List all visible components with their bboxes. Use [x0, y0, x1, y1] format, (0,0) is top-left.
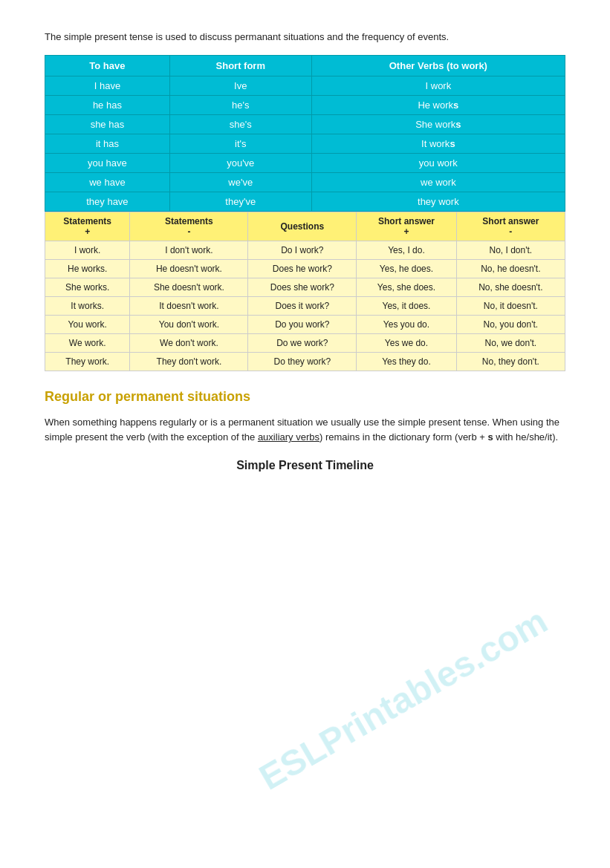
have-cell: she's — [169, 114, 311, 134]
watermark: ESLPrintables.com — [252, 600, 554, 797]
have-cell: she has — [45, 114, 170, 134]
stmt-cell: Does she work? — [248, 278, 357, 296]
stmt-cell: No, they don't. — [456, 352, 565, 371]
stmt-cell: Yes we do. — [357, 333, 456, 352]
stmt-cell: Yes, I do. — [357, 241, 456, 259]
stmt-cell: He works. — [45, 259, 130, 278]
stmt-cell: Does he work? — [248, 259, 357, 278]
table-statements: Statements+Statements-QuestionsShort ans… — [45, 212, 565, 371]
stmt-cell: They work. — [45, 352, 130, 371]
have-cell: I work — [311, 76, 565, 95]
stmt-cell: No, it doesn't. — [456, 296, 565, 315]
stmt-header: Questions — [248, 212, 357, 241]
stmt-header: Short answer- — [456, 212, 565, 241]
stmt-cell: I don't work. — [130, 241, 248, 259]
stmt-cell: It doesn't work. — [130, 296, 248, 315]
have-cell: they work — [311, 192, 565, 211]
stmt-cell: You don't work. — [130, 315, 248, 333]
intro-text: The simple present tense is used to disc… — [45, 30, 565, 45]
have-cell: you've — [169, 153, 311, 172]
have-cell: you work — [311, 153, 565, 172]
have-cell: you have — [45, 153, 170, 172]
stmt-cell: They don't work. — [130, 352, 248, 371]
body-text: When something happens regularly or is a… — [45, 415, 565, 446]
stmt-cell: We don't work. — [130, 333, 248, 352]
stmt-cell: I work. — [45, 241, 130, 259]
auxiliary-verbs-link[interactable]: auxiliary verbs — [258, 431, 319, 443]
stmt-cell: Do I work? — [248, 241, 357, 259]
have-cell: He works — [311, 95, 565, 114]
have-cell: they have — [45, 192, 170, 211]
stmt-cell: Does it work? — [248, 296, 357, 315]
section-heading: Regular or permanent situations — [45, 389, 565, 405]
stmt-cell: No, you don't. — [456, 315, 565, 333]
have-cell: I have — [45, 76, 170, 95]
stmt-cell: Yes, it does. — [357, 296, 456, 315]
have-cell: we have — [45, 172, 170, 192]
stmt-cell: Yes you do. — [357, 315, 456, 333]
stmt-cell: No, she doesn't. — [456, 278, 565, 296]
have-cell: we've — [169, 172, 311, 192]
stmt-cell: Do you work? — [248, 315, 357, 333]
have-header: Short form — [169, 55, 311, 76]
stmt-cell: Yes, she does. — [357, 278, 456, 296]
timeline-heading: Simple Present Timeline — [45, 459, 565, 472]
stmt-cell: Do they work? — [248, 352, 357, 371]
have-cell: we work — [311, 172, 565, 192]
have-cell: It works — [311, 134, 565, 153]
have-header: To have — [45, 55, 170, 76]
table-have: To haveShort formOther Verbs (to work) I… — [45, 55, 565, 212]
stmt-header: Statements- — [130, 212, 248, 241]
stmt-cell: Yes, he does. — [357, 259, 456, 278]
have-cell: they've — [169, 192, 311, 211]
have-cell: Ive — [169, 76, 311, 95]
have-cell: She works — [311, 114, 565, 134]
stmt-cell: He doesn't work. — [130, 259, 248, 278]
stmt-header: Statements+ — [45, 212, 130, 241]
have-cell: it has — [45, 134, 170, 153]
stmt-cell: She works. — [45, 278, 130, 296]
stmt-cell: We work. — [45, 333, 130, 352]
stmt-cell: Do we work? — [248, 333, 357, 352]
stmt-cell: No, he doesn't. — [456, 259, 565, 278]
stmt-cell: It works. — [45, 296, 130, 315]
stmt-header: Short answer+ — [357, 212, 456, 241]
have-cell: he's — [169, 95, 311, 114]
have-header: Other Verbs (to work) — [311, 55, 565, 76]
stmt-cell: She doesn't work. — [130, 278, 248, 296]
have-cell: it's — [169, 134, 311, 153]
stmt-cell: Yes they do. — [357, 352, 456, 371]
have-cell: he has — [45, 95, 170, 114]
stmt-cell: No, I don't. — [456, 241, 565, 259]
stmt-cell: No, we don't. — [456, 333, 565, 352]
stmt-cell: You work. — [45, 315, 130, 333]
